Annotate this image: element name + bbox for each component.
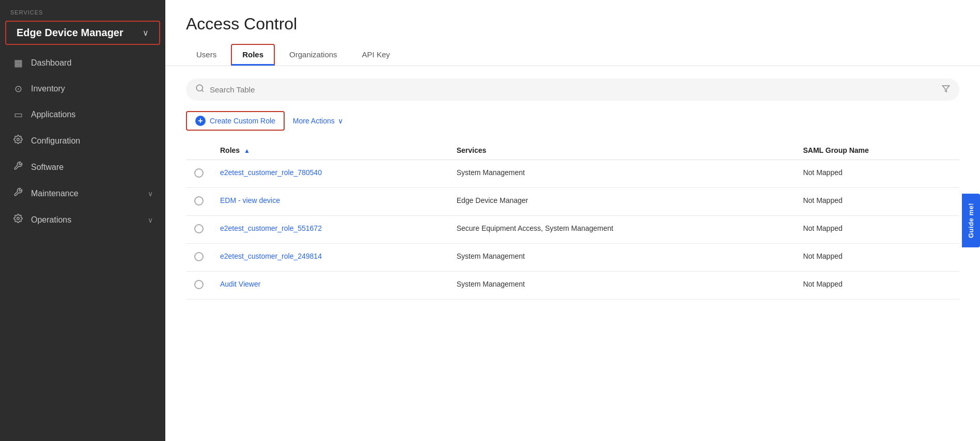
sidebar-item-label: Applications: [31, 110, 153, 119]
row-radio-1[interactable]: [194, 168, 204, 178]
filter-icon[interactable]: [942, 85, 950, 95]
roles-table: Roles ▲ Services SAML Group Name e2etest…: [186, 141, 959, 300]
main-content: Access Control Users Roles Organizations…: [165, 0, 980, 441]
search-bar: [186, 78, 959, 101]
saml-cell-1: Not Mapped: [795, 160, 959, 188]
maintenance-icon: [12, 187, 24, 199]
services-cell-4: System Management: [448, 244, 795, 272]
svg-point-0: [17, 138, 20, 141]
table-row: Audit Viewer System Management Not Mappe…: [186, 272, 959, 300]
tab-users[interactable]: Users: [186, 45, 227, 66]
saml-cell-4: Not Mapped: [795, 244, 959, 272]
svg-line-3: [201, 90, 203, 91]
tab-organizations[interactable]: Organizations: [279, 45, 348, 66]
row-radio-2[interactable]: [194, 196, 204, 206]
page-header: Access Control Users Roles Organizations…: [165, 0, 980, 66]
sidebar: SERVICES Edge Device Manager ∨ ▦ Dashboa…: [0, 0, 165, 441]
sidebar-item-inventory[interactable]: ⊙ Inventory: [0, 76, 165, 102]
col-header-saml: SAML Group Name: [795, 141, 959, 160]
chevron-down-icon: ∨: [148, 190, 153, 198]
sidebar-item-label: Software: [31, 163, 153, 172]
content-area: + Create Custom Role More Actions ∨ Role…: [165, 66, 980, 441]
sidebar-nav: ▦ Dashboard ⊙ Inventory ▭ Applications C…: [0, 50, 165, 441]
sidebar-item-label: Maintenance: [31, 189, 141, 198]
table-row: e2etest_customer_role_551672 Secure Equi…: [186, 216, 959, 244]
page-title: Access Control: [186, 14, 959, 34]
tab-roles[interactable]: Roles: [231, 44, 275, 66]
svg-point-2: [196, 85, 203, 91]
sidebar-item-label: Operations: [31, 215, 141, 225]
sidebar-item-software[interactable]: Software: [0, 154, 165, 180]
role-link-1[interactable]: e2etest_customer_role_780540: [220, 168, 322, 177]
row-radio-4[interactable]: [194, 252, 204, 261]
saml-cell-3: Not Mapped: [795, 216, 959, 244]
actions-bar: + Create Custom Role More Actions ∨: [186, 111, 959, 131]
sidebar-item-maintenance[interactable]: Maintenance ∨: [0, 180, 165, 207]
role-link-4[interactable]: e2etest_customer_role_249814: [220, 252, 322, 260]
services-cell-5: System Management: [448, 272, 795, 300]
sidebar-item-dashboard[interactable]: ▦ Dashboard: [0, 50, 165, 76]
configuration-icon: [12, 135, 24, 147]
svg-marker-4: [942, 86, 949, 92]
software-icon: [12, 161, 24, 173]
row-radio-3[interactable]: [194, 224, 204, 233]
services-label: SERVICES: [0, 0, 165, 19]
saml-cell-2: Not Mapped: [795, 188, 959, 216]
create-custom-role-button[interactable]: + Create Custom Role: [186, 111, 285, 131]
inventory-icon: ⊙: [12, 83, 24, 94]
sidebar-item-configuration[interactable]: Configuration: [0, 128, 165, 154]
create-label: Create Custom Role: [210, 117, 275, 125]
sort-icon[interactable]: ▲: [244, 147, 250, 154]
guide-me-button[interactable]: Guide me!: [962, 194, 980, 247]
sidebar-item-label: Configuration: [31, 136, 153, 146]
chevron-down-icon: ∨: [338, 117, 343, 125]
col-header-services: Services: [448, 141, 795, 160]
operations-icon: [12, 214, 24, 226]
saml-cell-5: Not Mapped: [795, 272, 959, 300]
sidebar-item-operations[interactable]: Operations ∨: [0, 207, 165, 233]
tab-api-key[interactable]: API Key: [352, 45, 400, 66]
row-radio-5[interactable]: [194, 280, 204, 289]
sidebar-item-label: Dashboard: [31, 58, 153, 68]
chevron-down-icon: ∨: [143, 28, 149, 38]
role-link-5[interactable]: Audit Viewer: [220, 280, 260, 288]
sidebar-item-applications[interactable]: ▭ Applications: [0, 102, 165, 128]
service-name: Edge Device Manager: [17, 27, 123, 39]
plus-icon: +: [195, 116, 206, 126]
search-icon: [195, 84, 205, 96]
svg-point-1: [17, 217, 20, 220]
role-link-3[interactable]: e2etest_customer_role_551672: [220, 224, 322, 232]
dashboard-icon: ▦: [12, 57, 24, 69]
services-cell-1: System Management: [448, 160, 795, 188]
table-row: e2etest_customer_role_249814 System Mana…: [186, 244, 959, 272]
services-cell-2: Edge Device Manager: [448, 188, 795, 216]
more-actions-button[interactable]: More Actions ∨: [293, 117, 343, 125]
search-input[interactable]: [210, 85, 942, 94]
services-cell-3: Secure Equipment Access, System Manageme…: [448, 216, 795, 244]
service-selector[interactable]: Edge Device Manager ∨: [5, 21, 160, 45]
more-actions-label: More Actions: [293, 117, 335, 125]
chevron-down-icon: ∨: [148, 216, 153, 224]
role-link-2[interactable]: EDM - view device: [220, 196, 280, 204]
sidebar-item-label: Inventory: [31, 84, 153, 93]
col-header-radio: [186, 141, 212, 160]
tabs: Users Roles Organizations API Key: [186, 44, 959, 66]
table-row: EDM - view device Edge Device Manager No…: [186, 188, 959, 216]
applications-icon: ▭: [12, 109, 24, 120]
table-row: e2etest_customer_role_780540 System Mana…: [186, 160, 959, 188]
col-header-roles: Roles ▲: [212, 141, 448, 160]
